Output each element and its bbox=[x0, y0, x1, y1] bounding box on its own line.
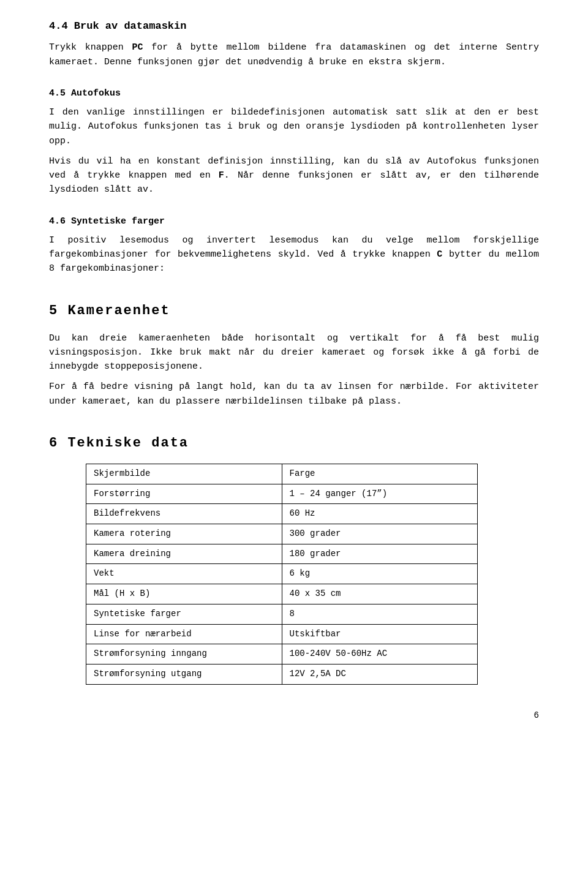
table-cell-value: 60 Hz bbox=[282, 504, 478, 524]
table-cell-label: Strømforsyning inngang bbox=[86, 644, 282, 664]
table-cell-label: Skjermbilde bbox=[86, 464, 282, 484]
section-5-para-1: Du kan dreie kameraenheten både horisont… bbox=[49, 331, 539, 374]
table-row: Strømforsyning inngang100-240V 50-60Hz A… bbox=[86, 644, 478, 664]
table-cell-value: Farge bbox=[282, 464, 478, 484]
table-row: Syntetiske farger8 bbox=[86, 604, 478, 624]
table-cell-label: Linse for nærarbeid bbox=[86, 624, 282, 644]
table-row: Kamera rotering300 grader bbox=[86, 524, 478, 544]
table-row: Kamera dreining180 grader bbox=[86, 544, 478, 564]
table-cell-label: Bildefrekvens bbox=[86, 504, 282, 524]
sentry-text: Sentry bbox=[506, 42, 539, 53]
section-4-5-heading: 4.5 Autofokus bbox=[49, 86, 539, 100]
section-4-4-heading: 4.4 Bruk av datamaskin bbox=[49, 18, 539, 34]
section-4-4-para-1: Trykk knappen PC for å bytte mellom bild… bbox=[49, 40, 539, 69]
table-cell-label: Kamera rotering bbox=[86, 524, 282, 544]
section-5-para-2: For å få bedre visning på langt hold, ka… bbox=[49, 380, 539, 408]
c-key-label: C bbox=[437, 249, 442, 260]
table-row: Mål (H x B)40 x 35 cm bbox=[86, 584, 478, 604]
table-cell-value: 100-240V 50-60Hz AC bbox=[282, 644, 478, 664]
table-cell-label: Kamera dreining bbox=[86, 544, 282, 564]
section-4-6-heading: 4.6 Syntetiske farger bbox=[49, 214, 539, 228]
table-row: Strømforsyning utgang12V 2,5A DC bbox=[86, 664, 478, 684]
table-cell-value: 6 kg bbox=[282, 564, 478, 584]
table-row: Linse for nærarbeidUtskiftbar bbox=[86, 624, 478, 644]
table-cell-value: 180 grader bbox=[282, 544, 478, 564]
table-cell-value: 1 – 24 ganger (17”) bbox=[282, 484, 478, 504]
table-row: Forstørring1 – 24 ganger (17”) bbox=[86, 484, 478, 504]
table-cell-value: 8 bbox=[282, 604, 478, 624]
table-cell-label: Vekt bbox=[86, 564, 282, 584]
section-4-6: 4.6 Syntetiske farger I positiv lesemodu… bbox=[49, 214, 539, 276]
pc-key-label: PC bbox=[132, 42, 143, 53]
table-row: Vekt6 kg bbox=[86, 564, 478, 584]
section-6-heading: 6 Tekniske data bbox=[49, 433, 539, 454]
table-cell-label: Syntetiske farger bbox=[86, 604, 282, 624]
page-number: 6 bbox=[49, 709, 539, 723]
section-5-heading: 5 Kameraenhet bbox=[49, 301, 539, 322]
table-cell-value: 40 x 35 cm bbox=[282, 584, 478, 604]
table-row: Bildefrekvens60 Hz bbox=[86, 504, 478, 524]
table-cell-label: Strømforsyning utgang bbox=[86, 664, 282, 684]
section-4-6-para-1: I positiv lesemodus og invertert lesemod… bbox=[49, 233, 539, 276]
table-row: SkjermbildeFarge bbox=[86, 464, 478, 484]
table-cell-label: Forstørring bbox=[86, 484, 282, 504]
table-cell-value: Utskiftbar bbox=[282, 624, 478, 644]
table-cell-value: 12V 2,5A DC bbox=[282, 664, 478, 684]
f-key-label: F bbox=[219, 170, 224, 181]
section-6: 6 Tekniske data SkjermbildeFargeForstørr… bbox=[49, 433, 539, 685]
section-4-4: 4.4 Bruk av datamaskin Trykk knappen PC … bbox=[49, 18, 539, 69]
section-5: 5 Kameraenhet Du kan dreie kameraenheten… bbox=[49, 301, 539, 408]
section-4-5-para-1: I den vanlige innstillingen er bildedefi… bbox=[49, 105, 539, 148]
section-4-5: 4.5 Autofokus I den vanlige innstillinge… bbox=[49, 86, 539, 197]
section-4-5-para-2: Hvis du vil ha en konstant definisjon in… bbox=[49, 154, 539, 197]
table-cell-value: 300 grader bbox=[282, 524, 478, 544]
technical-data-table: SkjermbildeFargeForstørring1 – 24 ganger… bbox=[86, 464, 478, 685]
table-cell-label: Mål (H x B) bbox=[86, 584, 282, 604]
